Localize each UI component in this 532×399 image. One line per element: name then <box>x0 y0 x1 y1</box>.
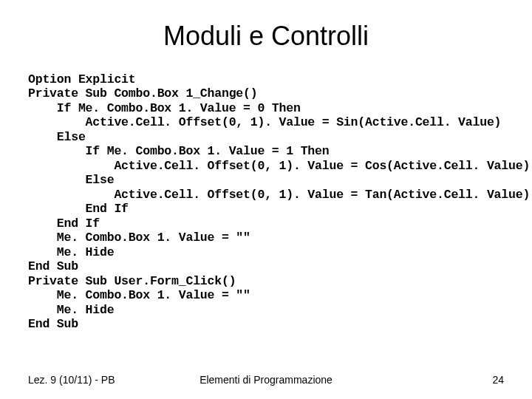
slide-title: Moduli e Controlli <box>28 21 504 52</box>
slide: Moduli e Controlli Option Explicit Priva… <box>0 0 532 399</box>
footer-center: Elementi di Programmazione <box>28 374 504 386</box>
footer: Lez. 9 (10/11) - PB Elementi di Programm… <box>28 374 504 386</box>
code-block: Option Explicit Private Sub Combo.Box 1_… <box>28 72 504 331</box>
footer-right: 24 <box>492 374 504 386</box>
